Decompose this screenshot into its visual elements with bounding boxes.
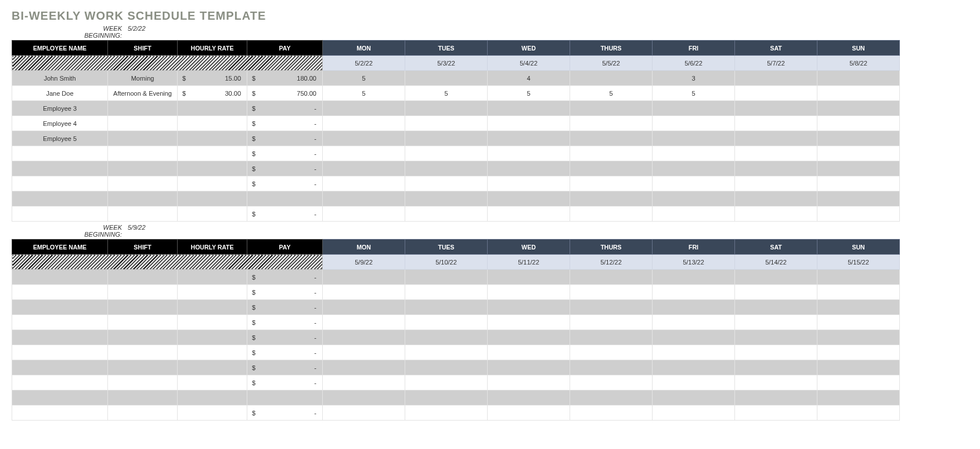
hours-cell[interactable]: 3 (653, 71, 735, 86)
hours-cell[interactable] (323, 116, 405, 131)
hours-cell[interactable] (570, 330, 653, 345)
hours-cell[interactable] (488, 131, 570, 146)
employee-name-cell[interactable]: John Smith (12, 71, 108, 86)
hours-cell[interactable] (405, 315, 488, 330)
hours-cell[interactable] (817, 315, 900, 330)
shift-cell[interactable] (108, 270, 178, 285)
hours-cell[interactable] (488, 176, 570, 191)
hours-cell[interactable] (735, 86, 817, 101)
hours-cell[interactable] (323, 191, 405, 207)
hours-cell[interactable] (653, 191, 735, 207)
hours-cell[interactable] (405, 330, 488, 345)
hours-cell[interactable] (817, 207, 900, 222)
hourly-rate-cell[interactable] (178, 116, 247, 131)
hours-cell[interactable] (405, 270, 488, 285)
shift-cell[interactable] (108, 146, 178, 161)
hours-cell[interactable] (323, 131, 405, 146)
hours-cell[interactable] (570, 285, 653, 300)
shift-cell[interactable]: Morning (108, 71, 178, 86)
hours-cell[interactable] (405, 161, 488, 176)
hours-cell[interactable] (735, 191, 817, 207)
hours-cell[interactable] (570, 146, 653, 161)
hours-cell[interactable] (323, 300, 405, 315)
hours-cell[interactable] (405, 71, 488, 86)
hours-cell[interactable] (570, 161, 653, 176)
shift-cell[interactable] (108, 191, 178, 207)
employee-name-cell[interactable] (12, 345, 108, 360)
hours-cell[interactable] (653, 270, 735, 285)
employee-name-cell[interactable] (12, 161, 108, 176)
hourly-rate-cell[interactable] (178, 207, 247, 222)
hours-cell[interactable] (653, 131, 735, 146)
hours-cell[interactable] (488, 315, 570, 330)
hours-cell[interactable] (570, 207, 653, 222)
hours-cell[interactable] (735, 330, 817, 345)
hours-cell[interactable] (570, 131, 653, 146)
hours-cell[interactable] (405, 191, 488, 207)
hourly-rate-cell[interactable] (178, 405, 247, 421)
hours-cell[interactable] (653, 285, 735, 300)
hours-cell[interactable] (488, 116, 570, 131)
employee-name-cell[interactable]: Employee 5 (12, 131, 108, 146)
hours-cell[interactable] (817, 146, 900, 161)
hours-cell[interactable] (735, 116, 817, 131)
hours-cell[interactable] (735, 405, 817, 421)
hours-cell[interactable]: 5 (488, 86, 570, 101)
hours-cell[interactable] (653, 315, 735, 330)
employee-name-cell[interactable] (12, 375, 108, 390)
hourly-rate-cell[interactable] (178, 161, 247, 176)
hourly-rate-cell[interactable]: $15.00 (178, 71, 247, 86)
hours-cell[interactable] (735, 360, 817, 375)
hours-cell[interactable] (735, 285, 817, 300)
hours-cell[interactable] (570, 345, 653, 360)
hours-cell[interactable] (735, 270, 817, 285)
hours-cell[interactable] (653, 146, 735, 161)
hours-cell[interactable] (488, 285, 570, 300)
hours-cell[interactable] (653, 405, 735, 421)
hours-cell[interactable]: 5 (653, 86, 735, 101)
hours-cell[interactable] (817, 375, 900, 390)
hours-cell[interactable] (570, 405, 653, 421)
hours-cell[interactable] (735, 161, 817, 176)
hours-cell[interactable] (817, 191, 900, 207)
shift-cell[interactable] (108, 360, 178, 375)
hours-cell[interactable] (405, 101, 488, 116)
hours-cell[interactable] (570, 300, 653, 315)
hourly-rate-cell[interactable] (178, 191, 247, 207)
hours-cell[interactable] (488, 405, 570, 421)
hours-cell[interactable] (570, 315, 653, 330)
hours-cell[interactable] (653, 390, 735, 405)
hourly-rate-cell[interactable] (178, 360, 247, 375)
hours-cell[interactable] (653, 360, 735, 375)
hours-cell[interactable] (735, 375, 817, 390)
hours-cell[interactable] (323, 315, 405, 330)
hours-cell[interactable] (488, 330, 570, 345)
hours-cell[interactable] (488, 390, 570, 405)
hours-cell[interactable] (817, 101, 900, 116)
hours-cell[interactable]: 4 (488, 71, 570, 86)
hours-cell[interactable] (323, 146, 405, 161)
hours-cell[interactable] (323, 285, 405, 300)
week-beginning-date[interactable]: 5/2/22 (128, 25, 146, 32)
shift-cell[interactable] (108, 116, 178, 131)
hours-cell[interactable] (735, 390, 817, 405)
hours-cell[interactable] (488, 345, 570, 360)
employee-name-cell[interactable]: Employee 3 (12, 101, 108, 116)
hours-cell[interactable] (570, 390, 653, 405)
employee-name-cell[interactable] (12, 315, 108, 330)
hourly-rate-cell[interactable] (178, 300, 247, 315)
hours-cell[interactable] (653, 176, 735, 191)
hours-cell[interactable] (405, 131, 488, 146)
hours-cell[interactable] (405, 146, 488, 161)
hours-cell[interactable] (735, 345, 817, 360)
hours-cell[interactable] (653, 207, 735, 222)
hours-cell[interactable] (405, 285, 488, 300)
hours-cell[interactable] (405, 360, 488, 375)
hours-cell[interactable] (488, 375, 570, 390)
hours-cell[interactable] (817, 405, 900, 421)
employee-name-cell[interactable] (12, 390, 108, 405)
hours-cell[interactable] (653, 161, 735, 176)
shift-cell[interactable] (108, 207, 178, 222)
hours-cell[interactable] (570, 116, 653, 131)
hours-cell[interactable] (817, 176, 900, 191)
